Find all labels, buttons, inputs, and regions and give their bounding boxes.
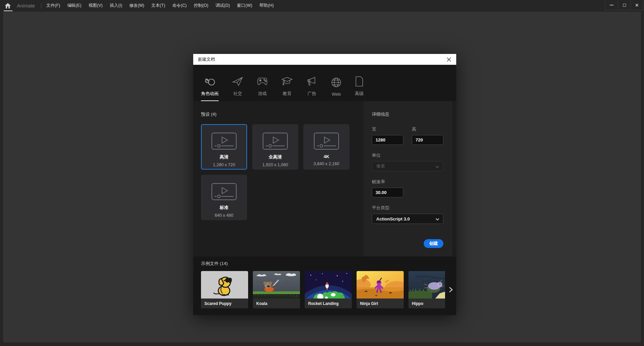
- tab-ads[interactable]: 广告: [306, 75, 318, 101]
- rocket-landing-thumbnail: [305, 271, 352, 299]
- sample-name: Ninja Girl: [357, 299, 404, 308]
- preset-name: 高清: [220, 154, 228, 160]
- tab-label: 高级: [355, 91, 364, 97]
- tab-advanced[interactable]: 高级: [355, 75, 364, 101]
- close-icon: ✕: [635, 3, 639, 7]
- sample-name: Rocket Landing: [305, 299, 352, 308]
- minimize-button[interactable]: [605, 0, 618, 10]
- sample-card-rocket-landing[interactable]: Rocket Landing: [305, 271, 352, 308]
- menu-help[interactable]: 帮助(H): [259, 3, 274, 8]
- dialog-close-button[interactable]: [446, 57, 451, 62]
- details-heading: 详细信息: [372, 111, 443, 117]
- preset-dims: 1,280 x 720: [213, 162, 235, 167]
- platform-dropdown[interactable]: ActionScript 3.0: [372, 214, 443, 224]
- tab-label: Web: [332, 92, 341, 97]
- menu-bar: 文件(F) 编辑(E) 视图(V) 插入(I) 修改(M) 文本(T) 命令(C…: [46, 3, 274, 8]
- preset-dims: 3,840 x 2,160: [314, 161, 339, 166]
- tab-web[interactable]: Web: [331, 76, 342, 101]
- menu-window[interactable]: 窗口(W): [237, 3, 252, 8]
- home-active-underline: [4, 11, 13, 11]
- close-window-button[interactable]: ✕: [630, 0, 643, 10]
- tab-label: 游戏: [258, 91, 267, 97]
- category-tabs: 角色动画 社交 游戏 教育 广告: [193, 65, 456, 101]
- sample-card-scared-puppy[interactable]: Scared Puppy: [201, 271, 248, 308]
- presets-heading: 预设 (4): [201, 111, 364, 117]
- sample-name: Hippo: [408, 299, 445, 308]
- create-button[interactable]: 创建: [424, 239, 443, 248]
- menu-insert[interactable]: 插入(I): [110, 3, 122, 8]
- app-titlebar: Animate 文件(F) 编辑(E) 视图(V) 插入(I) 修改(M) 文本…: [0, 0, 644, 11]
- tab-character-animation[interactable]: 角色动画: [201, 75, 219, 101]
- globe-icon: [331, 76, 342, 89]
- width-field-group: 宽: [372, 126, 403, 145]
- samples-heading: 示例文件 (14): [201, 261, 456, 267]
- chevron-right-icon: [449, 287, 453, 293]
- tab-games[interactable]: 游戏: [257, 75, 268, 101]
- maximize-button[interactable]: [618, 0, 630, 10]
- preset-name: 标准: [220, 205, 228, 211]
- tab-social[interactable]: 社交: [232, 75, 243, 101]
- document-icon: [355, 75, 364, 88]
- dialog-content: 预设 (4) 高清 1,280 x 720 全高清 1,920 x 1,080: [193, 101, 456, 256]
- height-input[interactable]: [412, 135, 443, 145]
- paper-plane-icon: [232, 75, 243, 88]
- chevron-down-icon: [436, 165, 439, 168]
- preset-card-hd[interactable]: 高清 1,280 x 720: [201, 124, 247, 170]
- tab-label: 广告: [307, 91, 316, 97]
- menu-commands[interactable]: 命令(C): [172, 3, 186, 8]
- koala-thumbnail: [253, 271, 300, 299]
- platform-value: ActionScript 3.0: [376, 216, 410, 222]
- video-player-icon: [262, 132, 288, 150]
- preset-card-fullhd[interactable]: 全高清 1,920 x 1,080: [252, 124, 298, 170]
- preset-name: 4K: [324, 154, 329, 159]
- menu-view[interactable]: 视图(V): [88, 3, 103, 8]
- minimize-icon: [610, 5, 613, 5]
- samples-next-button[interactable]: [447, 286, 454, 294]
- menu-file[interactable]: 文件(F): [46, 3, 60, 8]
- height-field-group: 高: [412, 126, 443, 145]
- sample-card-koala[interactable]: Koala: [253, 271, 300, 308]
- framerate-label: 帧速率: [372, 179, 443, 185]
- sample-files-section: 示例文件 (14): [193, 256, 456, 315]
- home-icon: [4, 3, 11, 9]
- menu-edit[interactable]: 编辑(E): [67, 3, 81, 8]
- sample-name: Koala: [253, 299, 300, 308]
- tab-label: 社交: [233, 91, 242, 97]
- details-panel: 详细信息 宽 高 单位 像素 帧速率 平台类型: [364, 101, 452, 256]
- framerate-input[interactable]: [372, 188, 403, 197]
- preset-card-4k[interactable]: 4K 3,840 x 2,160: [303, 124, 349, 170]
- sample-card-ninja-girl[interactable]: Ninja Girl: [357, 271, 404, 308]
- app-brand: Animate: [17, 3, 35, 8]
- new-document-dialog: 新建文档 角色动画 社交 游戏: [193, 54, 456, 315]
- menu-modify[interactable]: 修改(M): [129, 3, 144, 8]
- megaphone-icon: [306, 75, 318, 88]
- tab-education[interactable]: 教育: [281, 75, 293, 101]
- home-button[interactable]: [0, 0, 16, 11]
- menu-text[interactable]: 文本(T): [151, 3, 165, 8]
- video-player-icon: [211, 132, 237, 150]
- width-input[interactable]: [372, 135, 403, 145]
- window-controls: ✕: [605, 0, 643, 10]
- units-label: 单位: [372, 152, 443, 158]
- platform-label: 平台类型: [372, 205, 443, 211]
- preset-dims: 1,920 x 1,080: [262, 162, 288, 167]
- preset-name: 全高清: [269, 154, 282, 160]
- width-height-row: 宽 高: [372, 126, 443, 145]
- menu-debug[interactable]: 调试(D): [216, 3, 230, 8]
- video-player-icon: [314, 132, 339, 150]
- sample-name: Scared Puppy: [201, 299, 248, 308]
- dialog-title: 新建文档: [198, 57, 215, 62]
- dialog-header: 新建文档: [193, 54, 456, 65]
- sample-scroller: Scared Puppy: [201, 271, 445, 308]
- preset-grid: 高清 1,280 x 720 全高清 1,920 x 1,080 4K 3,84…: [201, 124, 349, 220]
- chevron-down-icon: [436, 217, 439, 220]
- titlebar-separator: [41, 3, 41, 8]
- close-icon: [447, 57, 451, 62]
- units-dropdown: 像素: [372, 161, 443, 171]
- gamepad-icon: [257, 75, 268, 88]
- menu-control[interactable]: 控制(O): [194, 3, 208, 8]
- sample-card-hippo[interactable]: Hippo: [408, 271, 445, 308]
- preset-card-standard[interactable]: 标准 640 x 480: [201, 175, 247, 220]
- tab-label: 教育: [283, 91, 291, 97]
- tab-label: 角色动画: [201, 91, 219, 97]
